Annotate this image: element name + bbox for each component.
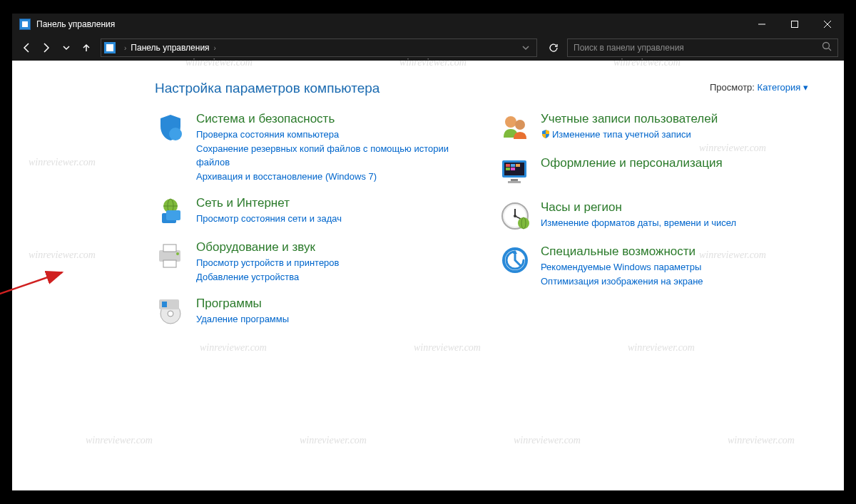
svg-rect-19 bbox=[162, 302, 167, 307]
category-clock-region: Часы и регион Изменение форматов даты, в… bbox=[499, 200, 815, 232]
control-panel-icon bbox=[19, 19, 31, 30]
cat-link[interactable]: Рекомендуемые Windows параметры bbox=[541, 260, 815, 274]
back-button[interactable] bbox=[18, 39, 35, 56]
svg-rect-29 bbox=[511, 179, 518, 181]
chevron-right-icon[interactable]: › bbox=[214, 44, 216, 52]
cat-title[interactable]: Оборудование и звук bbox=[196, 240, 471, 254]
maximize-button[interactable] bbox=[778, 14, 811, 35]
refresh-button[interactable] bbox=[543, 38, 564, 57]
svg-rect-26 bbox=[516, 164, 520, 167]
svg-rect-28 bbox=[511, 168, 515, 170]
cat-link[interactable]: Добавление устройства bbox=[196, 270, 471, 284]
category-ease-of-access: Специальные возможности Рекомендуемые Wi… bbox=[499, 245, 815, 288]
svg-point-15 bbox=[176, 252, 179, 255]
search-box[interactable] bbox=[567, 38, 838, 57]
breadcrumb-root[interactable]: Панель управления bbox=[131, 43, 209, 53]
cat-title[interactable]: Учетные записи пользователей bbox=[541, 112, 815, 126]
svg-line-40 bbox=[0, 272, 62, 308]
right-column: Учетные записи пользователей Изменение т… bbox=[499, 112, 815, 341]
category-network-internet: Сеть и Интернет Просмотр состояния сети … bbox=[155, 196, 471, 227]
svg-point-21 bbox=[515, 120, 525, 130]
address-dropdown[interactable] bbox=[518, 41, 534, 54]
svg-rect-14 bbox=[163, 260, 176, 267]
search-icon[interactable] bbox=[822, 41, 832, 54]
svg-rect-1 bbox=[792, 21, 798, 28]
globe-network-icon bbox=[155, 196, 186, 227]
clock-icon bbox=[499, 200, 531, 232]
nav-toolbar: › Панель управления › bbox=[12, 35, 844, 61]
cat-link[interactable]: Проверка состояния компьютера bbox=[196, 128, 471, 142]
svg-rect-13 bbox=[163, 245, 176, 252]
svg-rect-11 bbox=[166, 210, 180, 220]
svg-point-35 bbox=[514, 215, 516, 217]
svg-rect-25 bbox=[511, 164, 515, 167]
printer-icon bbox=[155, 240, 186, 272]
view-label: Просмотр: bbox=[710, 82, 755, 93]
address-bar[interactable]: › Панель управления › bbox=[101, 38, 537, 57]
programs-icon bbox=[155, 297, 186, 328]
category-user-accounts: Учетные записи пользователей Изменение т… bbox=[499, 112, 815, 143]
cat-link[interactable]: Оптимизация изображения на экране bbox=[541, 274, 815, 289]
cat-link[interactable]: Изменение типа учетной записи bbox=[541, 128, 815, 142]
view-dropdown[interactable]: Категория ▾ bbox=[758, 82, 808, 93]
category-programs: Программы Удаление программы bbox=[155, 297, 471, 328]
cat-link[interactable]: Изменение форматов даты, времени и чисел bbox=[541, 216, 815, 230]
ease-of-access-icon bbox=[499, 245, 531, 276]
svg-point-20 bbox=[505, 116, 516, 128]
search-input[interactable] bbox=[574, 43, 822, 53]
cat-title[interactable]: Программы bbox=[196, 297, 471, 311]
cat-title[interactable]: Сеть и Интернет bbox=[196, 196, 471, 210]
cat-link[interactable]: Удаление программы bbox=[196, 312, 471, 326]
up-button[interactable] bbox=[78, 39, 95, 56]
close-button[interactable] bbox=[811, 14, 844, 35]
svg-line-5 bbox=[829, 48, 832, 51]
svg-rect-27 bbox=[506, 168, 510, 170]
svg-rect-30 bbox=[508, 181, 521, 183]
shield-icon bbox=[155, 112, 186, 143]
category-appearance: Оформление и персонализация bbox=[499, 156, 815, 187]
forward-button[interactable] bbox=[38, 39, 55, 56]
left-column: Система и безопасность Проверка состояни… bbox=[155, 112, 471, 341]
svg-point-17 bbox=[168, 311, 173, 317]
annotation-arrow bbox=[0, 265, 94, 315]
content-area: Настройка параметров компьютера Просмотр… bbox=[12, 61, 844, 490]
cat-link[interactable]: Сохранение резервных копий файлов с помо… bbox=[196, 142, 471, 170]
recent-dropdown[interactable] bbox=[58, 39, 75, 56]
svg-point-36 bbox=[518, 217, 529, 229]
cat-title[interactable]: Оформление и персонализация bbox=[541, 156, 815, 170]
cat-link[interactable]: Просмотр устройств и принтеров bbox=[196, 256, 471, 270]
cat-link[interactable]: Архивация и восстановление (Windows 7) bbox=[196, 170, 471, 184]
uac-shield-icon bbox=[541, 129, 551, 139]
minimize-button[interactable] bbox=[745, 14, 778, 35]
address-icon bbox=[104, 42, 116, 53]
cat-link[interactable]: Просмотр состояния сети и задач bbox=[196, 212, 471, 226]
monitor-appearance-icon bbox=[499, 156, 531, 187]
cat-title[interactable]: Специальные возможности bbox=[541, 245, 815, 259]
titlebar: Панель управления bbox=[12, 14, 844, 35]
category-system-security: Система и безопасность Проверка состояни… bbox=[155, 112, 471, 183]
svg-point-4 bbox=[823, 43, 830, 49]
category-hardware-sound: Оборудование и звук Просмотр устройств и… bbox=[155, 240, 471, 284]
users-icon bbox=[499, 112, 531, 143]
svg-rect-24 bbox=[506, 164, 510, 167]
control-panel-window: Панель управления › Панель управления › … bbox=[11, 13, 845, 491]
chevron-right-icon: › bbox=[124, 44, 126, 52]
cat-title[interactable]: Часы и регион bbox=[541, 200, 815, 215]
svg-point-6 bbox=[169, 128, 182, 140]
window-title: Панель управления bbox=[36, 19, 745, 29]
cat-title[interactable]: Система и безопасность bbox=[196, 112, 471, 126]
